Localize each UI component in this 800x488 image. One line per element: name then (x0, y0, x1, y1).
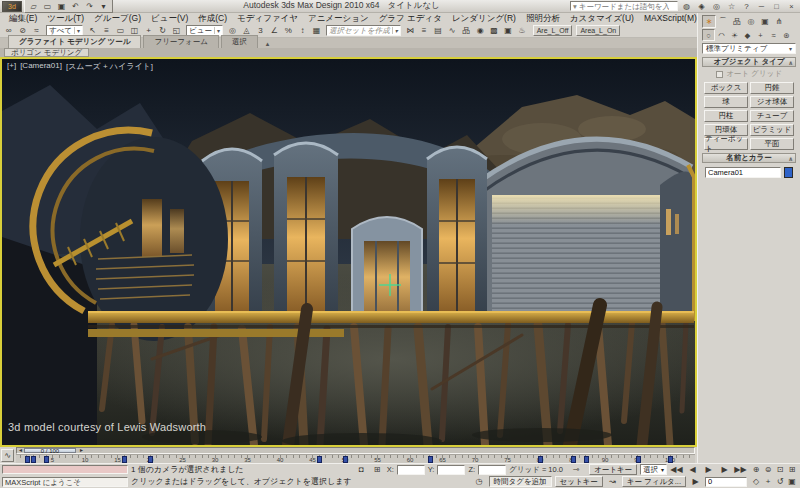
x-coord-field[interactable] (397, 465, 425, 475)
search-input[interactable] (579, 2, 669, 11)
auto-key-button[interactable]: オートキー (589, 464, 637, 475)
menu-item[interactable]: ビュー(V) (146, 13, 193, 25)
primitive-button[interactable]: ジオ球体 (750, 96, 794, 108)
primitive-button[interactable]: ボックス (704, 82, 748, 94)
zoom-extents-all-icon[interactable]: ⊞ (786, 464, 798, 476)
shapes-category-icon[interactable]: ◠ (715, 29, 728, 41)
redo-icon[interactable]: ↷ (83, 0, 96, 12)
y-coord-field[interactable] (437, 465, 465, 475)
object-type-rollout[interactable]: オブジェクト タイプ∧ (702, 57, 796, 67)
menu-item[interactable]: MAXScript(M) (639, 13, 702, 25)
rendered-frame-icon[interactable]: ▣ (502, 25, 515, 37)
viewport-label[interactable]: [+] [Camera01] [スムーズ + ハイライト] (7, 61, 153, 72)
current-frame-field[interactable] (705, 477, 747, 487)
timeline-key[interactable] (668, 456, 673, 463)
time-slider-handle[interactable]: 0 / 100 (24, 448, 76, 453)
timeline-key[interactable] (343, 456, 348, 463)
zoom-extents-icon[interactable]: ⊡ (774, 464, 786, 476)
primitive-category-dropdown[interactable]: 標準プリミティブ▾ (702, 43, 796, 54)
timeline-key[interactable] (538, 456, 543, 463)
maximize-viewport-icon[interactable]: ▣ (786, 476, 798, 488)
search-icon[interactable]: ◍ (680, 0, 693, 12)
go-to-end-icon[interactable]: ▶▶ (734, 464, 747, 476)
maxscript-listener-line[interactable]: MAXScript にようこそ (2, 477, 128, 487)
viewport-camera-label[interactable]: [Camera01] (20, 61, 62, 72)
restore-button[interactable]: □ (770, 1, 783, 12)
play-icon[interactable]: ▶ (702, 464, 715, 476)
menu-item[interactable]: グラフ エディタ (374, 13, 447, 25)
primitive-button[interactable]: 平面 (750, 138, 794, 150)
angle-snap-icon[interactable]: ∠ (268, 25, 281, 37)
lights-category-icon[interactable]: ☀ (728, 29, 741, 41)
time-tag-icon[interactable]: ◷ (473, 476, 486, 488)
menu-item[interactable]: 編集(E) (4, 13, 42, 25)
open-file-icon[interactable]: ▭ (41, 0, 54, 12)
material-editor-icon[interactable]: ◉ (474, 25, 487, 37)
mirror-icon[interactable]: ⋈ (404, 25, 417, 37)
display-tab-icon[interactable]: ▣ (758, 15, 772, 28)
hierarchy-tab-icon[interactable]: 品 (730, 15, 744, 28)
absolute-offset-icon[interactable]: ⊞ (371, 464, 384, 476)
favorites-star-icon[interactable]: ☆ (725, 0, 738, 12)
named-selection-dropdown[interactable]: 選択セットを作成▾ (326, 25, 401, 36)
undo-icon[interactable]: ↶ (69, 0, 82, 12)
ribbon-tab[interactable]: グラファイト モデリング ツール (8, 35, 141, 48)
next-frame-icon[interactable]: ▶ (718, 464, 731, 476)
ribbon-tab[interactable]: フリーフォーム (143, 35, 218, 48)
timeline-key[interactable] (636, 456, 641, 463)
timeline-key[interactable] (148, 456, 153, 463)
save-file-icon[interactable]: ▣ (55, 0, 68, 12)
polygon-modeling-panel[interactable]: ポリゴン モデリング (4, 48, 89, 57)
zoom-all-icon[interactable]: ⊜ (762, 464, 774, 476)
search-type-dropdown-icon[interactable]: ▾ (573, 2, 577, 11)
primitive-button[interactable]: 球 (704, 96, 748, 108)
previous-frame-icon[interactable]: ◀ (686, 464, 699, 476)
percent-snap-icon[interactable]: % (282, 25, 295, 37)
menu-item[interactable]: 作成(C) (193, 13, 232, 25)
set-key-button[interactable]: セットキー (555, 476, 603, 487)
systems-category-icon[interactable]: ⊛ (780, 29, 793, 41)
primitive-button[interactable]: チューブ (750, 110, 794, 122)
script-button-area-l-on[interactable]: Area_L_On (576, 25, 620, 36)
subscription-center-icon[interactable]: ◈ (695, 0, 708, 12)
application-menu-button[interactable]: 3d (2, 1, 22, 12)
key-filters-button[interactable]: キー フィルタ... (622, 476, 686, 487)
viewport-shading-label[interactable]: [スムーズ + ハイライト] (66, 61, 153, 72)
selected-filter-dropdown[interactable]: 選択▾ (640, 464, 667, 475)
add-time-tag[interactable]: 時間タグを追加 (489, 476, 552, 487)
minimize-button[interactable]: ─ (755, 1, 768, 12)
camera-viewport[interactable]: [+] [Camera01] [スムーズ + ハイライト] 3d model c… (0, 57, 697, 447)
set-keys-button[interactable]: ⊸ (566, 464, 586, 476)
menu-item[interactable]: 照明分析 (521, 13, 565, 25)
timeline-key[interactable] (428, 456, 433, 463)
curve-editor-icon[interactable]: ∿ (446, 25, 459, 37)
viewport-menu-plus[interactable]: [+] (7, 61, 16, 72)
field-of-view-icon[interactable]: ◇ (750, 476, 762, 488)
communication-center-icon[interactable]: ◎ (710, 0, 723, 12)
cameras-category-icon[interactable]: ◆ (741, 29, 754, 41)
schematic-view-icon[interactable]: 品 (460, 25, 473, 37)
timeline-key[interactable] (31, 456, 36, 463)
mini-curve-editor-button[interactable]: ∿ (1, 449, 14, 462)
timeline-key[interactable] (25, 456, 30, 463)
pan-icon[interactable]: + (762, 476, 774, 488)
menu-item[interactable]: ツール(T) (42, 13, 89, 25)
go-to-start-icon[interactable]: ◀◀ (670, 464, 683, 476)
timeline-key[interactable] (317, 456, 322, 463)
layer-manager-icon[interactable]: ▤ (432, 25, 445, 37)
script-button-are-l-off[interactable]: Are_L_Off (533, 25, 573, 36)
timeline-key[interactable] (44, 456, 49, 463)
default-tangent-icon[interactable]: ↝ (606, 476, 619, 488)
zoom-icon[interactable]: ⊕ (750, 464, 762, 476)
render-setup-icon[interactable]: ▩ (488, 25, 501, 37)
modify-tab-icon[interactable]: ⌒ (716, 15, 730, 28)
name-color-rollout[interactable]: 名前とカラー∧ (702, 153, 796, 163)
geometry-category-icon[interactable]: ○ (702, 29, 715, 41)
create-tab-icon[interactable]: ∗ (702, 15, 716, 28)
frame-forward-arrow[interactable]: ► (79, 447, 84, 453)
timeline-key[interactable] (584, 456, 589, 463)
close-button[interactable]: × (785, 1, 798, 12)
align-icon[interactable]: ≡ (418, 25, 431, 37)
ribbon-minimize-icon[interactable]: ▴ (266, 40, 270, 48)
autogrid-checkbox[interactable] (716, 71, 723, 78)
